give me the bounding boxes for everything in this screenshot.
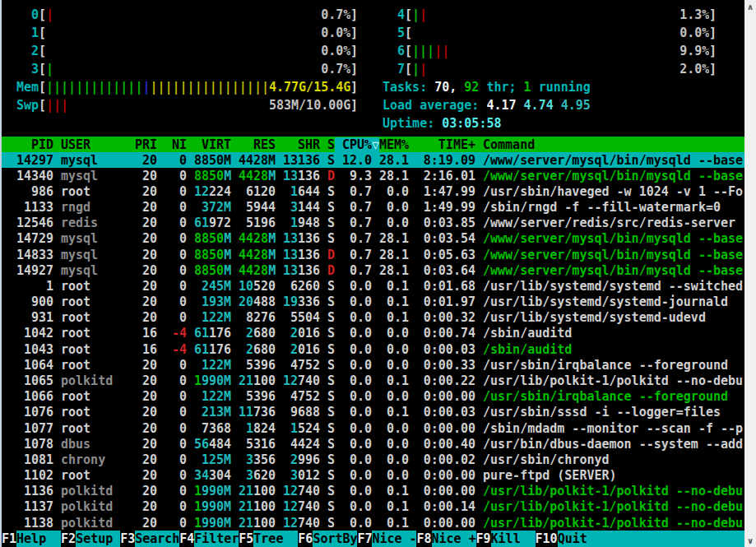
process-row-12546[interactable]: 12546redis2006197251961948S0.70.00:03.85… bbox=[2, 216, 744, 231]
function-key-f3[interactable]: F3 bbox=[120, 531, 135, 547]
process-row-1102[interactable]: 1102root2003430436203012S0.00.00:00.00pu… bbox=[2, 467, 744, 483]
column-header-user[interactable]: USER bbox=[61, 137, 128, 152]
cell-mem: 28.1 bbox=[379, 153, 409, 168]
function-label-nice-[interactable]: Nice + bbox=[432, 531, 476, 547]
load-average-text: 4.17 bbox=[486, 98, 523, 113]
scroll-up-icon[interactable]: ∧ bbox=[744, 0, 756, 13]
process-row-14297[interactable]: 14297mysql2008850M4428M13136S12.028.18:1… bbox=[2, 152, 744, 168]
column-header-ni[interactable]: NI bbox=[165, 137, 187, 152]
cell-pid: 1138 bbox=[16, 516, 53, 531]
cpu-meter-0: 0[| 0.7%] bbox=[16, 6, 358, 24]
process-row-14729[interactable]: 14729mysql2008850M4428M13136S0.728.10:03… bbox=[2, 231, 744, 247]
column-header-pid[interactable]: PID bbox=[16, 137, 53, 152]
process-row-1077[interactable]: 1077root200736818241524S0.00.00:00.00/sb… bbox=[2, 420, 744, 436]
scroll-down-icon[interactable]: ∨ bbox=[744, 534, 756, 547]
memory-meter-label: Mem bbox=[16, 78, 39, 96]
cell-cpu: 0.7 bbox=[342, 231, 372, 246]
cell-time: 0:00.02 bbox=[416, 452, 475, 467]
process-row-900[interactable]: 900root200193M2048819336S0.00.10:01.97/u… bbox=[2, 294, 744, 310]
cell-shr: 19336 bbox=[283, 294, 320, 309]
cell-cpu: 0.0 bbox=[342, 342, 372, 357]
cell-user: root bbox=[61, 279, 128, 294]
column-header-pri[interactable]: PRI bbox=[135, 137, 157, 152]
column-header-s[interactable]: S bbox=[327, 137, 335, 152]
cell-ni: 0 bbox=[165, 421, 187, 436]
process-row-1076[interactable]: 1076root200213M117369688S0.00.10:00.03/u… bbox=[2, 405, 744, 420]
cell-time: 1:47.99 bbox=[416, 184, 475, 199]
function-label-setup[interactable]: Setup bbox=[76, 531, 120, 547]
column-header-mem[interactable]: MEM% bbox=[379, 137, 409, 152]
cell-cpu: 0.0 bbox=[342, 389, 372, 404]
process-row-14927[interactable]: 14927mysql2008850M4428M13136D0.728.10:03… bbox=[2, 262, 744, 278]
cell-cpu: 0.7 bbox=[342, 216, 372, 230]
scrollbar[interactable]: ∧ ∨ bbox=[744, 0, 756, 547]
cell-pid: 1042 bbox=[16, 326, 53, 341]
column-header-res[interactable]: RES bbox=[239, 137, 276, 152]
function-key-f2[interactable]: F2 bbox=[61, 531, 76, 547]
function-label-filter[interactable]: Filter bbox=[194, 531, 239, 547]
function-label-nice-[interactable]: Nice - bbox=[372, 531, 416, 547]
cell-time: 0:00.00 bbox=[416, 389, 475, 404]
cell-res: 10520 bbox=[239, 279, 276, 294]
process-row-1[interactable]: 1root200245M105206260S0.00.10:01.68/usr/… bbox=[2, 278, 744, 294]
process-row-1078[interactable]: 1078dbus2005648453164424S0.00.00:00.40/u… bbox=[2, 436, 744, 452]
cell-res: 4428M bbox=[239, 263, 276, 278]
cell-virt: 125M bbox=[194, 452, 231, 467]
cell-user: polkitd bbox=[61, 516, 128, 531]
bracket-close: ] bbox=[709, 25, 717, 40]
bracket-open: [ bbox=[39, 80, 46, 95]
function-label-sortby[interactable]: SortBy bbox=[313, 531, 357, 547]
column-header-cpu[interactable]: CPU%▽ bbox=[335, 137, 379, 152]
cell-shr: 12740 bbox=[283, 484, 320, 498]
cell-ni: 0 bbox=[165, 516, 187, 531]
cell-s: S bbox=[327, 310, 335, 325]
memory-meter-bar: ||||||||||||||||||||||||||||||4.77G/15.4… bbox=[46, 78, 350, 96]
function-key-f10[interactable]: F10 bbox=[536, 531, 558, 547]
function-label-kill[interactable]: Kill bbox=[491, 531, 536, 547]
function-key-f7[interactable]: F7 bbox=[357, 531, 372, 547]
function-key-f5[interactable]: F5 bbox=[239, 531, 253, 547]
cell-shr: 9688 bbox=[283, 405, 320, 420]
cell-mem: 0.0 bbox=[379, 216, 409, 230]
cell-cmd: /www/server/mysql/bin/mysqld --base bbox=[483, 263, 744, 278]
bracket-close: ] bbox=[350, 25, 358, 40]
column-header-virt[interactable]: VIRT bbox=[194, 137, 231, 152]
process-row-931[interactable]: 931root200122M82765504S0.00.10:00.32/usr… bbox=[2, 310, 744, 326]
process-row-1137[interactable]: 1137polkitd2001990M2110012740S0.00.10:00… bbox=[2, 499, 744, 515]
cell-mem: 0.0 bbox=[379, 326, 409, 341]
cpu-meter-1: 1[ 0.0%] bbox=[16, 24, 358, 42]
function-key-f9[interactable]: F9 bbox=[476, 531, 491, 547]
cell-cpu: 0.7 bbox=[342, 184, 372, 199]
column-header-cmd[interactable]: Command bbox=[483, 137, 744, 152]
process-row-986[interactable]: 986root2001222461201644S0.70.01:47.99/us… bbox=[2, 183, 744, 199]
function-label-search[interactable]: Search bbox=[135, 531, 179, 547]
process-row-1042[interactable]: 1042root16-46117626802016S0.00.00:00.74/… bbox=[2, 326, 744, 341]
cell-s: D bbox=[327, 169, 335, 183]
process-row-1043[interactable]: 1043root16-46117626802016S0.00.00:00.03/… bbox=[2, 341, 744, 357]
process-row-14833[interactable]: 14833mysql2008850M4428M13136D0.728.10:05… bbox=[2, 247, 744, 262]
function-key-f8[interactable]: F8 bbox=[416, 531, 431, 547]
function-key-f4[interactable]: F4 bbox=[179, 531, 194, 547]
process-row-1064[interactable]: 1064root200122M53964752S0.00.00:00.33/us… bbox=[2, 357, 744, 373]
process-row-1066[interactable]: 1066root200122M53964752S0.00.00:00.00/us… bbox=[2, 389, 744, 405]
process-row-14340[interactable]: 14340mysql2008850M4428M13136D9.328.12:16… bbox=[2, 168, 744, 183]
cell-mem: 0.0 bbox=[379, 389, 409, 404]
cell-shr: 2996 bbox=[283, 452, 320, 467]
process-row-1136[interactable]: 1136polkitd2001990M2110012740S0.00.10:00… bbox=[2, 484, 744, 499]
process-row-1081[interactable]: 1081chrony200125M33562996S0.00.00:00.02/… bbox=[2, 452, 744, 467]
function-label-tree[interactable]: Tree bbox=[253, 531, 298, 547]
cell-time: 0:00.00 bbox=[416, 484, 475, 498]
cell-user: root bbox=[61, 421, 128, 436]
process-row-1138[interactable]: 1138polkitd2001990M2110012740S0.00.10:00… bbox=[2, 515, 744, 531]
function-label-help[interactable]: Help bbox=[16, 531, 61, 547]
bracket-open: [ bbox=[405, 25, 412, 40]
column-header-time[interactable]: TIME+ bbox=[416, 137, 475, 152]
process-row-1133[interactable]: 1133rngd200372M59443144S0.70.01:49.99/sb… bbox=[2, 200, 744, 216]
function-key-f1[interactable]: F1 bbox=[2, 531, 16, 547]
cell-time: 0:00.00 bbox=[416, 421, 475, 436]
function-label-quit[interactable]: Quit bbox=[558, 531, 744, 547]
process-row-1065[interactable]: 1065polkitd2001990M2110012740S0.00.10:00… bbox=[2, 373, 744, 388]
column-header-shr[interactable]: SHR bbox=[283, 137, 320, 152]
cell-pid: 14340 bbox=[16, 169, 53, 183]
function-key-f6[interactable]: F6 bbox=[298, 531, 313, 547]
